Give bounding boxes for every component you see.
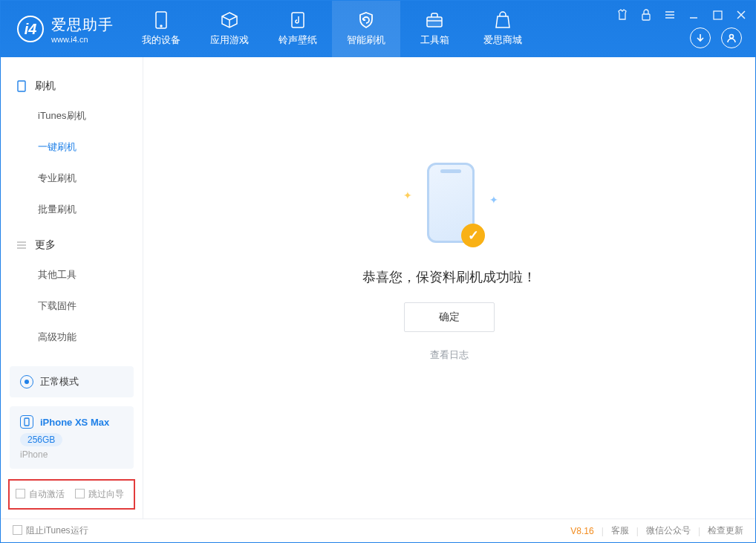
device-type: iPhone xyxy=(20,449,123,460)
tab-label: 应用游戏 xyxy=(210,33,249,47)
view-log-link[interactable]: 查看日志 xyxy=(430,348,469,362)
bag-icon xyxy=(494,11,512,29)
footer-link-wechat[interactable]: 微信公众号 xyxy=(646,524,691,537)
sidebar-item-oneclick-flash[interactable]: 一键刷机 xyxy=(1,131,143,163)
logo-text: 爱思助手 www.i4.cn xyxy=(51,15,114,44)
highlighted-checkbox-area: 自动激活 跳过向导 xyxy=(8,479,135,510)
tshirt-icon[interactable] xyxy=(614,7,630,23)
user-button[interactable] xyxy=(721,27,742,48)
app-name: 爱思助手 xyxy=(51,15,114,35)
svg-point-1 xyxy=(160,25,162,27)
close-button[interactable] xyxy=(733,7,749,23)
download-button[interactable] xyxy=(690,27,711,48)
tab-label: 铃声壁纸 xyxy=(278,33,317,47)
sidebar-head-more: 更多 xyxy=(1,231,143,259)
footer-left: 阻止iTunes运行 xyxy=(13,524,88,537)
device-icon xyxy=(152,11,170,29)
sidebar-item-batch-flash[interactable]: 批量刷机 xyxy=(1,194,143,225)
footer-link-check-update[interactable]: 检查更新 xyxy=(708,524,743,537)
ok-button[interactable]: 确定 xyxy=(404,302,495,332)
tab-label: 智能刷机 xyxy=(347,33,385,47)
maximize-button[interactable] xyxy=(709,7,726,23)
tab-toolbox[interactable]: 工具箱 xyxy=(400,1,469,57)
mode-card[interactable]: 正常模式 xyxy=(10,366,134,397)
checkbox-icon xyxy=(13,525,22,535)
minimize-button[interactable] xyxy=(685,7,702,23)
separator: | xyxy=(602,526,604,536)
checkbox-label: 跳过向导 xyxy=(88,489,124,499)
svg-rect-4 xyxy=(642,14,650,20)
svg-rect-3 xyxy=(427,17,442,27)
checkbox-label: 阻止iTunes运行 xyxy=(26,525,88,536)
header-tabs: 我的设备 应用游戏 铃声壁纸 智能刷机 工具箱 爱思商城 xyxy=(127,1,537,57)
header-action-circles xyxy=(690,27,742,48)
status-bar: 阻止iTunes运行 V8.16 | 客服 | 微信公众号 | 检查更新 xyxy=(1,518,755,542)
separator: | xyxy=(636,526,639,536)
device-small-icon xyxy=(20,415,33,429)
main-content: ✓ ✦ ✦ 恭喜您，保资料刷机成功啦！ 确定 查看日志 xyxy=(143,57,755,518)
device-card[interactable]: iPhone XS Max 256GB iPhone xyxy=(10,406,134,469)
refresh-shield-icon xyxy=(357,11,375,29)
sidebar-item-itunes-flash[interactable]: iTunes刷机 xyxy=(1,100,143,131)
list-icon xyxy=(16,239,27,251)
sidebar-item-download-firmware[interactable]: 下载固件 xyxy=(1,290,143,322)
svg-rect-2 xyxy=(292,13,304,27)
sidebar-item-pro-flash[interactable]: 专业刷机 xyxy=(1,163,143,194)
checkbox-icon xyxy=(75,489,85,498)
tab-smart-flash[interactable]: 智能刷机 xyxy=(332,1,400,57)
app-body: 刷机 iTunes刷机 一键刷机 专业刷机 批量刷机 更多 其他工具 下载固件 … xyxy=(1,57,755,518)
tab-apps-games[interactable]: 应用游戏 xyxy=(195,1,264,57)
section-title: 更多 xyxy=(35,238,56,252)
success-message: 恭喜您，保资料刷机成功啦！ xyxy=(362,268,536,286)
logo: i4 爱思助手 www.i4.cn xyxy=(1,1,127,57)
tab-label: 工具箱 xyxy=(420,33,449,47)
checkbox-icon xyxy=(16,489,25,498)
lock-icon[interactable] xyxy=(638,7,654,23)
device-name: iPhone XS Max xyxy=(40,417,109,428)
sidebar-section-more: 更多 其他工具 下载固件 高级功能 xyxy=(1,231,143,359)
svg-rect-5 xyxy=(714,11,722,19)
sidebar-head-flash: 刷机 xyxy=(1,72,143,100)
checkbox-skip-guide[interactable]: 跳过向导 xyxy=(75,488,124,501)
sidebar: 刷机 iTunes刷机 一键刷机 专业刷机 批量刷机 更多 其他工具 下载固件 … xyxy=(1,57,143,518)
tab-store[interactable]: 爱思商城 xyxy=(469,1,537,57)
footer-link-support[interactable]: 客服 xyxy=(611,524,629,537)
device-storage-badge: 256GB xyxy=(20,433,62,446)
checkbox-auto-activate[interactable]: 自动激活 xyxy=(16,488,65,501)
sparkle-icon: ✦ xyxy=(403,189,412,201)
section-title: 刷机 xyxy=(35,79,56,93)
tab-label: 爱思商城 xyxy=(483,33,522,47)
separator: | xyxy=(698,526,700,536)
success-illustration: ✓ ✦ ✦ xyxy=(397,155,501,252)
phone-small-icon xyxy=(16,80,27,92)
svg-point-6 xyxy=(730,35,734,39)
svg-rect-8 xyxy=(25,418,29,426)
music-file-icon xyxy=(289,11,307,29)
logo-icon: i4 xyxy=(17,16,44,42)
window-controls xyxy=(614,7,749,23)
checkbox-block-itunes[interactable]: 阻止iTunes运行 xyxy=(13,524,88,537)
app-header: i4 爱思助手 www.i4.cn 我的设备 应用游戏 铃声壁纸 智能刷机 工具… xyxy=(1,1,755,57)
mode-label: 正常模式 xyxy=(40,375,79,388)
toolbox-icon xyxy=(426,11,443,29)
menu-icon[interactable] xyxy=(662,7,678,23)
tab-label: 我的设备 xyxy=(142,33,180,47)
sparkle-icon: ✦ xyxy=(489,194,498,206)
checkmark-badge-icon: ✓ xyxy=(461,224,485,247)
app-url: www.i4.cn xyxy=(51,35,114,44)
svg-rect-7 xyxy=(18,81,25,91)
cube-icon xyxy=(221,11,238,29)
sidebar-section-flash: 刷机 iTunes刷机 一键刷机 专业刷机 批量刷机 xyxy=(1,72,143,231)
version-label: V8.16 xyxy=(570,526,593,536)
tab-my-device[interactable]: 我的设备 xyxy=(127,1,195,57)
checkbox-label: 自动激活 xyxy=(29,489,65,499)
sidebar-item-advanced[interactable]: 高级功能 xyxy=(1,322,143,353)
tab-ringtones-wallpapers[interactable]: 铃声壁纸 xyxy=(264,1,332,57)
sidebar-item-other-tools[interactable]: 其他工具 xyxy=(1,259,143,290)
mode-dot-icon xyxy=(20,375,33,388)
footer-right: V8.16 | 客服 | 微信公众号 | 检查更新 xyxy=(570,524,743,537)
